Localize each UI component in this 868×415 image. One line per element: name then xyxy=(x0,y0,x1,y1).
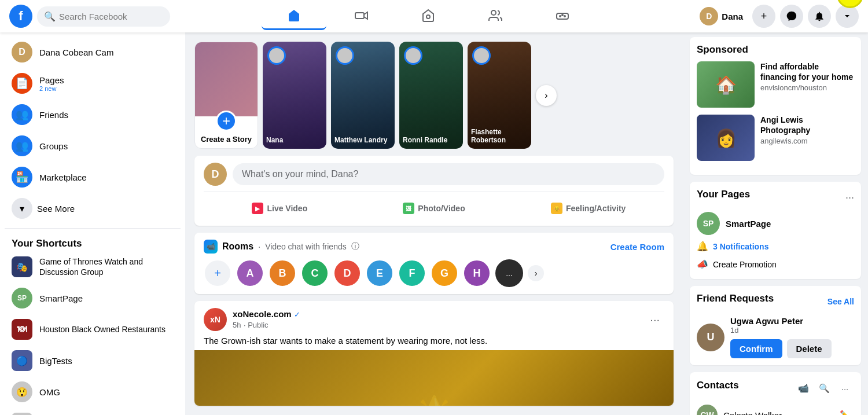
sidebar-item-friends[interactable]: 👥 Friends xyxy=(5,100,181,130)
friend-requests-title: Friend Requests xyxy=(697,293,774,304)
see-more-btn[interactable]: ▾ See More xyxy=(5,193,181,223)
search-bar[interactable]: 🔍 xyxy=(37,6,170,27)
search-icon: 🔍 xyxy=(44,11,56,22)
create-btn[interactable]: + xyxy=(752,5,775,28)
bigtests-avatar: 🔵 xyxy=(12,350,32,371)
rooms-avatar-6: F xyxy=(398,259,426,287)
rooms-icon: 📹 xyxy=(204,240,218,254)
main-feed: + Create a Story Nana Matthew Landry xyxy=(185,32,683,415)
shortcut-trump[interactable]: 🏛 Former Trump Supporters xyxy=(5,408,181,415)
svg-point-6 xyxy=(564,16,565,17)
ad-title-2: Angi Lewis Photography xyxy=(760,115,854,135)
shortcut-houston[interactable]: 🍽 Houston Black Owned Restaurants xyxy=(5,314,181,344)
create-story-plus: + xyxy=(216,111,237,131)
contact-item-1[interactable]: CW Celeste Walker ✏️ xyxy=(697,402,854,415)
verified-badge: ✓ xyxy=(294,310,300,319)
news-time-privacy: 5h · Public xyxy=(233,319,639,330)
live-label: Live Video xyxy=(267,204,307,213)
add-to-room-btn[interactable]: + xyxy=(204,259,231,287)
see-all-link[interactable]: See All xyxy=(827,297,854,306)
nav-groups-btn[interactable] xyxy=(463,2,528,30)
rooms-info-icon[interactable]: ⓘ xyxy=(351,241,359,252)
news-post-image: 🌟 xyxy=(194,350,674,406)
nav-right: D Dana + ↗ xyxy=(685,5,859,28)
create-room-btn[interactable]: Create Room xyxy=(610,242,664,252)
your-pages-more-btn[interactable]: ··· xyxy=(845,192,854,204)
nav-home-btn[interactable] xyxy=(262,2,326,30)
rooms-header: 📹 Rooms · Video chat with friends ⓘ Crea… xyxy=(204,240,664,254)
sidebar-user-name: Dana Cobean Cam xyxy=(39,47,113,57)
post-input[interactable]: What's on your mind, Dana? xyxy=(233,163,664,185)
rooms-title: Rooms xyxy=(222,241,253,252)
stories-next-btn[interactable]: › xyxy=(536,85,557,106)
feeling-btn[interactable]: 😊 Feeling/Activity xyxy=(512,198,664,219)
sidebar-user-profile[interactable]: D Dana Cobean Cam xyxy=(5,37,181,67)
sidebar-divider xyxy=(5,228,181,229)
rooms-chevron-btn[interactable]: › xyxy=(528,265,544,281)
edit-contacts-btn[interactable]: ✏️ xyxy=(836,406,854,415)
confirm-btn[interactable]: Confirm xyxy=(730,339,782,358)
sidebar-item-marketplace[interactable]: 🏪 Marketplace xyxy=(5,162,181,192)
post-box-top: D What's on your mind, Dana? xyxy=(204,163,664,186)
post-more-btn[interactable]: ··· xyxy=(645,311,664,329)
story-card-1[interactable]: Nana xyxy=(263,42,326,149)
ad-text-1: Find affordable financing for your home … xyxy=(760,61,854,108)
marketplace-label: Marketplace xyxy=(39,172,87,182)
shortcut-bigtests[interactable]: 🔵 BigTests xyxy=(5,346,181,376)
contacts-more-btn[interactable]: ··· xyxy=(836,379,854,398)
sidebar-item-groups[interactable]: 👥 Groups xyxy=(5,131,181,161)
notifications-action[interactable]: 🔔 3 Notifications xyxy=(697,238,854,254)
create-story-card[interactable]: + Create a Story xyxy=(194,42,258,149)
notifications-btn[interactable] xyxy=(808,5,831,28)
shortcuts-title: Your Shortcuts xyxy=(5,233,181,252)
stories-scroll: + Create a Story Nana Matthew Landry xyxy=(194,42,531,149)
shortcut-got[interactable]: 🎭 Game of Thrones Watch and Discussion G… xyxy=(5,252,181,282)
photo-video-btn[interactable]: 🖼 Photo/Video xyxy=(358,198,510,219)
story-card-3[interactable]: Ronni Randle xyxy=(399,42,463,149)
ad-title-1: Find affordable financing for your home xyxy=(760,61,854,82)
feeling-icon: 😊 xyxy=(551,203,562,214)
nav-gaming-btn[interactable] xyxy=(530,2,595,30)
sponsored-title: Sponsored xyxy=(697,44,854,56)
create-story-bg-img xyxy=(195,42,258,116)
omg-avatar: 😲 xyxy=(12,381,32,402)
fr-avatar-1: U xyxy=(697,324,724,351)
friend-request-item-1: U Ugwa Agwu Peter 1d Confirm Delete xyxy=(697,316,854,358)
svg-point-5 xyxy=(562,14,563,16)
search-contacts-btn[interactable]: 🔍 xyxy=(815,379,833,398)
messenger-btn[interactable] xyxy=(780,5,803,28)
story-card-4[interactable]: Flashette Robertson xyxy=(468,42,531,149)
delete-btn[interactable]: Delete xyxy=(787,339,832,358)
friend-requests-header: Friend Requests See All xyxy=(697,293,854,310)
groups-label: Groups xyxy=(39,141,68,151)
new-video-call-btn[interactable]: 📹 xyxy=(794,379,812,398)
live-video-btn[interactable]: ▶ Live Video xyxy=(204,198,356,219)
story-card-2[interactable]: Matthew Landry xyxy=(331,42,395,149)
ad-text-2: Angi Lewis Photography angilewis.com xyxy=(760,115,854,161)
nav-marketplace-btn[interactable] xyxy=(396,2,461,30)
facebook-logo[interactable]: f xyxy=(9,5,32,28)
search-input[interactable] xyxy=(59,12,163,21)
smartpage-item: SP SmartPage xyxy=(697,212,854,235)
stories-container: + Create a Story Nana Matthew Landry xyxy=(194,42,674,149)
nav-video-btn[interactable] xyxy=(329,2,393,30)
svg-rect-0 xyxy=(355,13,364,19)
shortcut-smartpage[interactable]: SP SmartPage xyxy=(5,283,181,313)
user-profile-pill[interactable]: D Dana xyxy=(695,5,748,28)
sidebar-item-pages[interactable]: 📄 Pages 2 new xyxy=(5,68,181,98)
shortcut-omg[interactable]: 😲 OMG xyxy=(5,377,181,407)
photo-icon: 🖼 xyxy=(403,203,414,214)
news-source-row: xoNecole.com ✓ xyxy=(233,309,639,319)
ad-image-2: 👩 xyxy=(697,115,755,161)
news-privacy: Public xyxy=(248,321,268,329)
create-promotion-action[interactable]: 📣 Create Promotion xyxy=(697,256,854,272)
menu-dropdown-btn[interactable]: ↗ xyxy=(836,5,859,28)
news-time: 5h xyxy=(233,321,241,329)
ad-domain-1: envisioncm/houston xyxy=(760,83,854,92)
rooms-title-row: 📹 Rooms · Video chat with friends ⓘ xyxy=(204,240,359,254)
ad-item-1[interactable]: 🏠 Find affordable financing for your hom… xyxy=(697,61,854,108)
rooms-avatar-1: A xyxy=(236,259,264,287)
ad-item-2[interactable]: 👩 Angi Lewis Photography angilewis.com xyxy=(697,115,854,161)
nav-left: f 🔍 xyxy=(9,5,171,28)
groups-icon: 👥 xyxy=(12,135,32,156)
